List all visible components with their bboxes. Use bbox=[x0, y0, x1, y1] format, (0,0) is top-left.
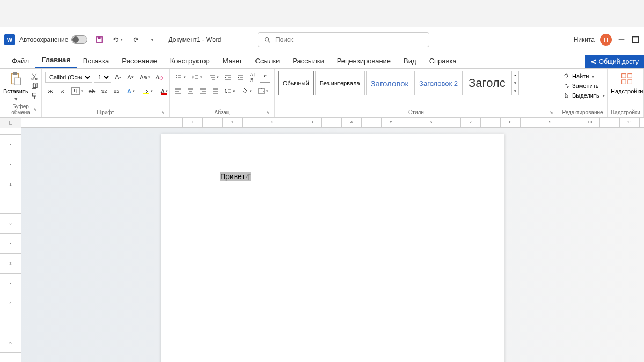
borders-icon bbox=[258, 87, 265, 95]
select-button[interactable]: Выделить▾ bbox=[561, 91, 607, 100]
tab-selector-icon[interactable] bbox=[8, 120, 13, 125]
numbering-button[interactable]: 12 bbox=[189, 72, 204, 83]
font-size-select[interactable]: 11 bbox=[94, 72, 111, 83]
tab-view[interactable]: Вид bbox=[397, 54, 423, 68]
search-input[interactable] bbox=[275, 36, 423, 43]
share-button[interactable]: Общий досту bbox=[585, 55, 644, 68]
autosave-toggle[interactable]: Автосохранение bbox=[19, 35, 87, 44]
sort-button[interactable]: A↓Я bbox=[247, 72, 258, 83]
ruler-area: 1·1·2·3·4·5·6·7·8·9·10·11·12·13·14·15·16… bbox=[0, 118, 644, 128]
svg-line-53 bbox=[568, 77, 569, 79]
qat-customize-button[interactable]: ▾ bbox=[147, 34, 157, 45]
align-right-button[interactable] bbox=[197, 86, 208, 97]
svg-rect-11 bbox=[14, 78, 20, 85]
align-left-button[interactable] bbox=[173, 86, 184, 97]
italic-button[interactable]: К bbox=[57, 86, 68, 97]
ruler-corner bbox=[0, 118, 21, 128]
undo-icon bbox=[112, 36, 120, 43]
align-center-icon bbox=[187, 87, 194, 95]
multilevel-button[interactable] bbox=[206, 72, 221, 83]
group-paragraph-label: Абзац⬊ bbox=[173, 108, 271, 115]
tab-home[interactable]: Главная bbox=[35, 53, 77, 68]
addins-button[interactable]: Надстройки bbox=[611, 71, 643, 94]
document-title: Документ1 - Word bbox=[168, 36, 221, 43]
style-heading2[interactable]: Заголовок 2 bbox=[414, 71, 463, 95]
font-color-button[interactable]: A bbox=[157, 86, 172, 97]
paste-button[interactable]: Вставить ▾ bbox=[3, 71, 28, 102]
dialog-launcher-icon[interactable]: ⬊ bbox=[33, 107, 37, 112]
undo-button[interactable] bbox=[110, 34, 125, 45]
line-spacing-button[interactable] bbox=[222, 86, 237, 97]
align-center-button[interactable] bbox=[185, 86, 196, 97]
cut-icon[interactable] bbox=[31, 73, 38, 80]
find-button[interactable]: Найти▾ bbox=[561, 72, 607, 80]
svg-rect-17 bbox=[143, 93, 149, 94]
font-name-select[interactable]: Calibri (Основної bbox=[45, 72, 92, 83]
tab-references[interactable]: Ссылки bbox=[249, 54, 287, 68]
text-effects-button[interactable]: A bbox=[123, 86, 138, 97]
show-marks-button[interactable]: ¶ bbox=[260, 72, 270, 83]
format-painter-icon[interactable] bbox=[31, 92, 38, 100]
strikethrough-button[interactable]: ab bbox=[86, 86, 97, 97]
addins-label: Надстройки bbox=[611, 88, 643, 94]
shading-button[interactable] bbox=[239, 86, 254, 97]
gallery-down-icon[interactable]: ▾ bbox=[512, 79, 518, 87]
replace-button[interactable]: Заменить bbox=[561, 82, 607, 90]
toggle-switch-icon[interactable] bbox=[71, 35, 87, 44]
maximize-icon bbox=[631, 35, 640, 44]
svg-rect-57 bbox=[628, 80, 632, 84]
tab-review[interactable]: Рецензирование bbox=[331, 54, 397, 68]
change-case-button[interactable]: Aa bbox=[137, 72, 152, 83]
save-button[interactable] bbox=[94, 34, 105, 45]
justify-button[interactable] bbox=[210, 86, 221, 97]
clear-formatting-button[interactable]: A◇ bbox=[154, 72, 165, 83]
minimize-button[interactable] bbox=[617, 35, 626, 44]
cursor-icon bbox=[564, 92, 570, 99]
decrease-font-button[interactable]: A▾ bbox=[125, 72, 136, 83]
dialog-launcher-icon[interactable]: ⬊ bbox=[550, 110, 553, 115]
bullets-button[interactable] bbox=[173, 72, 188, 83]
paste-icon bbox=[8, 71, 24, 87]
svg-point-52 bbox=[565, 74, 568, 77]
tab-design[interactable]: Конструктор bbox=[164, 54, 216, 68]
maximize-button[interactable] bbox=[631, 35, 640, 44]
svg-point-20 bbox=[176, 77, 177, 78]
tab-draw[interactable]: Рисование bbox=[115, 54, 163, 68]
selected-text[interactable]: Привет·¶ bbox=[220, 172, 251, 181]
copy-icon[interactable] bbox=[31, 83, 38, 90]
borders-button[interactable] bbox=[255, 86, 270, 97]
style-normal[interactable]: Обычный bbox=[278, 71, 314, 95]
tab-insert[interactable]: Вставка bbox=[77, 54, 115, 68]
gallery-up-icon[interactable]: ▴ bbox=[512, 71, 518, 79]
vertical-ruler[interactable]: ··1·2·3·4·5·6·7·8·9·10·11·12·13 bbox=[0, 128, 21, 362]
autosave-label: Автосохранение bbox=[19, 36, 68, 43]
dialog-launcher-icon[interactable]: ⬊ bbox=[161, 110, 165, 115]
tab-file[interactable]: Файл bbox=[5, 54, 35, 68]
style-title[interactable]: Заголс bbox=[464, 71, 510, 95]
horizontal-ruler[interactable]: 1·1·2·3·4·5·6·7·8·9·10·11·12·13·14·15·16… bbox=[21, 118, 644, 128]
superscript-button[interactable]: x2 bbox=[111, 86, 122, 97]
subscript-button[interactable]: x2 bbox=[99, 86, 109, 97]
styles-gallery-nav[interactable]: ▴▾▾ bbox=[511, 71, 519, 95]
bold-button[interactable]: Ж bbox=[45, 86, 56, 97]
document-page[interactable]: Привет·¶ bbox=[161, 134, 504, 362]
redo-button[interactable] bbox=[130, 34, 141, 45]
tab-help[interactable]: Справка bbox=[423, 54, 463, 68]
search-box[interactable] bbox=[258, 32, 429, 47]
style-heading1[interactable]: Заголовок bbox=[366, 71, 414, 95]
highlight-button[interactable] bbox=[140, 86, 155, 97]
gallery-more-icon[interactable]: ▾ bbox=[512, 87, 518, 95]
group-font: Calibri (Основної 11 A▴ A▾ Aa A◇ Ж К Ч a… bbox=[42, 69, 170, 117]
document-canvas[interactable]: Привет·¶ bbox=[21, 128, 644, 362]
increase-indent-button[interactable] bbox=[235, 72, 246, 83]
tab-mailings[interactable]: Рассылки bbox=[286, 54, 330, 68]
tab-layout[interactable]: Макет bbox=[216, 54, 249, 68]
increase-font-button[interactable]: A▴ bbox=[113, 72, 123, 83]
user-avatar[interactable]: Н bbox=[600, 34, 612, 46]
dialog-launcher-icon[interactable]: ⬊ bbox=[266, 110, 270, 115]
group-styles: Обычный Без интервала Заголовок Заголово… bbox=[275, 69, 558, 117]
decrease-indent-button[interactable] bbox=[223, 72, 233, 83]
svg-point-12 bbox=[31, 78, 33, 80]
style-nospacing[interactable]: Без интервала bbox=[315, 71, 365, 95]
underline-button[interactable]: Ч bbox=[70, 86, 85, 97]
